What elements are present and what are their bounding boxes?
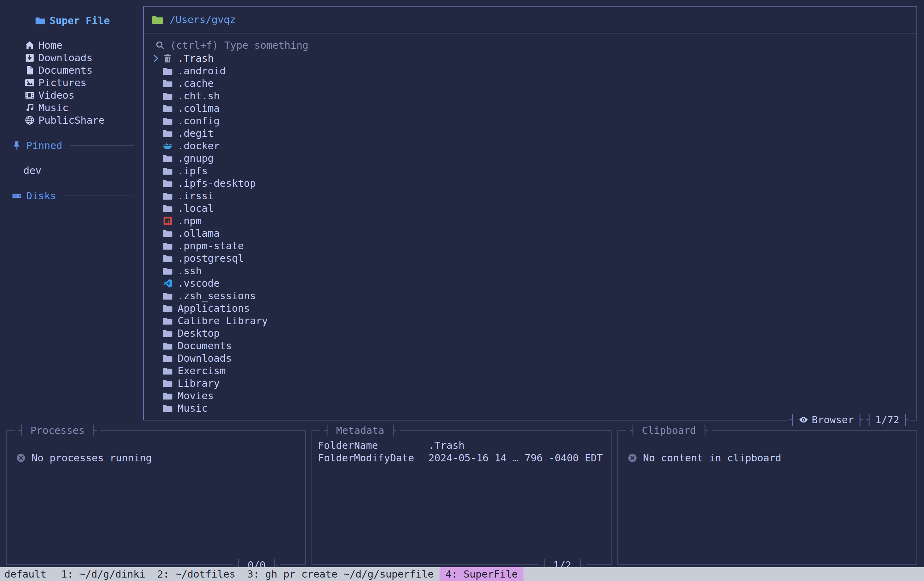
sidebar-item-music[interactable]: Music [12,101,134,114]
section-label: Disks [26,190,56,202]
sidebar-item-downloads[interactable]: Downloads [12,51,134,64]
video-icon [25,90,35,100]
search-icon [155,40,165,50]
tmux-window-1-d-g-dinki[interactable]: 1: ~/d/g/dinki [55,567,152,581]
clipboard-title: Clipboard [626,424,712,437]
folder-icon [163,353,173,363]
metadata-row: FolderModifyDate2024-05-16 14 … 796 -040… [318,452,604,464]
metadata-panel: Metadata FolderName.TrashFolderModifyDat… [312,430,611,565]
file-row-docker[interactable]: .docker [144,140,916,152]
file-name: .ollama [178,227,220,240]
file-name: .cht.sh [178,89,220,102]
folder-icon [163,378,173,388]
processes-title: Processes [15,424,100,437]
file-row-movies[interactable]: Movies [144,389,916,402]
file-name: .degit [178,127,214,140]
file-row-ssh[interactable]: .ssh [144,265,916,277]
music-icon [25,103,35,113]
tmux-window-4-superfile[interactable]: 4: SuperFile [439,567,523,581]
file-row-calibre-library[interactable]: Calibre Library [144,315,916,327]
file-row-cht-sh[interactable]: .cht.sh [144,89,916,102]
panel-mode-label: Browser [812,414,854,426]
path-bar: /Users/gvqz [144,7,916,33]
file-name: .Trash [178,52,214,65]
file-name: .irssi [178,190,214,202]
file-row-gnupg[interactable]: .gnupg [144,152,916,165]
sidebar: Super File HomeDownloadsDocumentsPicture… [12,0,134,202]
sidebar-item-documents[interactable]: Documents [12,64,134,76]
folder-icon [163,78,173,88]
app-title-label: Super File [50,14,110,27]
folder-icon [163,204,173,214]
folder-icon [163,66,173,76]
file-row-pnpm-state[interactable]: .pnpm-state [144,240,916,252]
folder-icon [163,341,173,351]
file-row-exercism[interactable]: Exercism [144,364,916,377]
file-name: Music [178,402,208,414]
folder-icon [163,303,173,313]
folder-icon [163,228,173,238]
sidebar-item-pictures[interactable]: Pictures [12,76,134,89]
file-row-degit[interactable]: .degit [144,127,916,140]
file-row-colima[interactable]: .colima [144,102,916,115]
file-row-library[interactable]: Library [144,377,916,389]
sidebar-item-publicshare[interactable]: PublicShare [12,114,134,126]
file-row-ipfs[interactable]: .ipfs [144,165,916,177]
file-name: Movies [178,389,214,402]
sidebar-item-videos[interactable]: Videos [12,89,134,101]
tmux-statusbar: default 1: ~/d/g/dinki2: ~/dotfiles3: gh… [0,567,924,581]
statusbar-windows: 1: ~/d/g/dinki2: ~/dotfiles3: gh pr crea… [55,567,524,581]
sidebar-item-home[interactable]: Home [12,39,134,51]
file-row-zsh-sessions[interactable]: .zsh_sessions [144,290,916,302]
tmux-session-name: default [4,567,46,581]
disk-icon [12,191,22,201]
metadata-value: .Trash [428,439,604,452]
file-row-vscode[interactable]: .vscode [144,277,916,290]
file-row-config[interactable]: .config [144,115,916,127]
picture-icon [25,78,35,88]
trash-icon [163,53,173,63]
selection-cursor-icon [150,55,163,63]
file-row-npm[interactable]: .npm [144,215,916,227]
file-row-postgresql[interactable]: .postgresql [144,252,916,265]
folder-icon [163,266,173,276]
metadata-value: 2024-05-16 14 … 796 -0400 EDT [428,452,604,464]
file-name: Documents [178,339,232,352]
folder-icon [163,316,173,326]
border-tick [857,414,863,426]
folder-icon [163,253,173,263]
file-row-desktop[interactable]: Desktop [144,327,916,339]
file-row-trash[interactable]: .Trash [144,52,916,65]
file-row-irssi[interactable]: .irssi [144,190,916,202]
pinned-item-dev[interactable]: dev [12,164,134,177]
folder-icon [163,291,173,301]
file-row-applications[interactable]: Applications [144,302,916,315]
sidebar-item-label: Pictures [38,76,86,89]
folder-icon [163,366,173,376]
sidebar-item-label: Home [38,39,63,51]
sidebar-nav: HomeDownloadsDocumentsPicturesVideosMusi… [12,39,134,126]
document-icon [25,65,35,75]
folder-icon [163,153,173,163]
folder-icon [163,128,173,138]
file-name: Exercism [178,364,226,377]
file-name: Desktop [178,327,220,339]
file-row-cache[interactable]: .cache [144,77,916,89]
file-name: .gnupg [178,152,214,165]
docker-icon [163,141,173,151]
file-row-ollama[interactable]: .ollama [144,227,916,240]
file-panel: /Users/gvqz (ctrl+f) Type something .Tra… [143,6,917,420]
file-row-android[interactable]: .android [144,65,916,77]
sidebar-item-label: PublicShare [38,114,105,126]
file-row-music[interactable]: Music [144,402,916,414]
file-name: .postgresql [178,252,244,265]
folder-icon [163,166,173,176]
tmux-window-2-dotfiles[interactable]: 2: ~/dotfiles [152,567,241,581]
vscode-icon [163,278,173,288]
file-row-local[interactable]: .local [144,202,916,215]
tmux-window-3-gh-pr-create-d-g-superfile[interactable]: 3: gh pr create ~/d/g/superfile [241,567,439,581]
file-row-downloads[interactable]: Downloads [144,352,916,364]
file-row-ipfs-desktop[interactable]: .ipfs-desktop [144,177,916,190]
search-input[interactable]: (ctrl+f) Type something [144,39,916,51]
file-row-documents[interactable]: Documents [144,339,916,352]
